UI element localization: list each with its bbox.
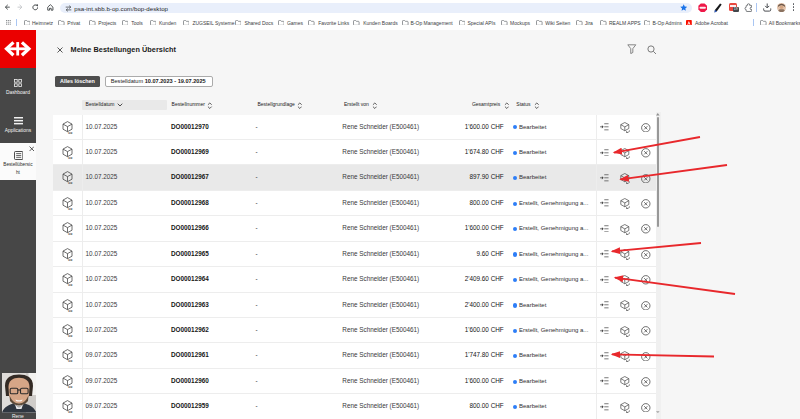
svg-text:co: co <box>68 283 72 286</box>
svg-text:co: co <box>68 156 72 159</box>
svg-text:co: co <box>68 309 72 312</box>
svg-text:co: co <box>68 334 72 337</box>
svg-text:co: co <box>68 385 72 388</box>
svg-text:co: co <box>68 182 72 185</box>
svg-text:co: co <box>68 360 72 363</box>
svg-text:co: co <box>68 131 72 134</box>
svg-text:co: co <box>68 207 72 210</box>
svg-text:co: co <box>68 258 72 261</box>
svg-text:co: co <box>68 411 72 414</box>
svg-text:co: co <box>68 233 72 236</box>
